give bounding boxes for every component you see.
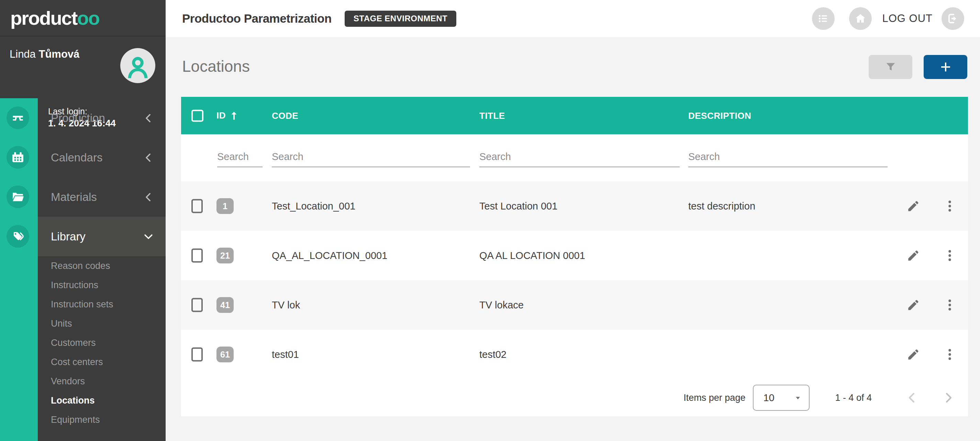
sidebar-item-locations[interactable]: Locations (38, 391, 165, 410)
column-header-code[interactable]: CODE (272, 110, 298, 121)
cell-code: TV lok (272, 300, 300, 311)
topbar: Productoo Parametrization STAGE ENVIRONM… (165, 0, 980, 37)
kebab-menu-icon (943, 199, 957, 213)
next-page-button[interactable] (941, 390, 956, 405)
table-row: 61 test01 test02 (181, 330, 968, 379)
person-icon (125, 54, 151, 80)
items-per-page-value: 10 (763, 392, 774, 404)
kebab-menu-icon (943, 248, 957, 263)
chevron-left-icon (142, 191, 154, 203)
sidebar-item-calendars[interactable]: Calendars (38, 138, 165, 177)
sidebar-item-equipments[interactable]: Equipments (38, 410, 165, 429)
search-code-input[interactable] (272, 147, 470, 167)
main-nav: Production (0, 98, 165, 256)
sidebar-item-production[interactable]: Production (38, 98, 165, 138)
table-row: 41 TV lok TV lokace (181, 280, 968, 330)
user-area: Linda Tůmová Last login: 1. 4. 2024 16:4… (0, 36, 165, 98)
id-badge: 1 (216, 198, 234, 214)
row-checkbox[interactable] (191, 347, 203, 362)
id-badge: 61 (216, 347, 234, 362)
sidebar-item-instruction-sets[interactable]: Instruction sets (38, 295, 165, 314)
sidebar-item-units[interactable]: Units (38, 314, 165, 333)
chevron-right-icon (941, 390, 956, 405)
pencil-icon (906, 199, 921, 213)
items-per-page-label: Items per page (684, 393, 745, 403)
id-badge: 21 (216, 247, 234, 263)
sidebar-item-instructions[interactable]: Instructions (38, 276, 165, 295)
funnel-icon (885, 61, 897, 73)
cell-code: test01 (272, 349, 299, 360)
locations-table: ID CODE TITLE DESCRIPTION 1 Test_Locatio… (181, 97, 968, 416)
sidebar-item-library[interactable]: Library (38, 217, 165, 256)
sidebar-item-label: Production (51, 112, 105, 125)
avatar (120, 48, 155, 83)
sidebar-item-label: Calendars (51, 151, 102, 164)
logout-icon (947, 13, 959, 25)
caret-down-icon (793, 393, 803, 403)
row-menu-button[interactable] (943, 199, 957, 213)
chevron-left-icon (142, 112, 154, 124)
previous-page-button[interactable] (905, 390, 919, 405)
home-button[interactable] (849, 7, 872, 30)
row-checkbox[interactable] (191, 199, 203, 213)
edit-row-button[interactable] (906, 248, 921, 263)
select-all-checkbox[interactable] (191, 109, 204, 122)
row-checkbox[interactable] (191, 298, 203, 312)
pencil-icon (906, 248, 921, 263)
tags-icon[interactable] (6, 225, 29, 247)
environment-badge: STAGE ENVIRONMENT (345, 11, 456, 27)
pencil-icon (906, 298, 921, 312)
library-submenu: Reason codes Instructions Instruction se… (38, 256, 165, 429)
page-range-label: 1 - 4 of 4 (835, 393, 872, 403)
sidebar-item-reason-codes[interactable]: Reason codes (38, 256, 165, 276)
conveyor-icon[interactable] (6, 106, 29, 129)
calendar-icon[interactable] (6, 146, 29, 169)
row-menu-button[interactable] (943, 347, 957, 362)
edit-row-button[interactable] (906, 298, 921, 312)
filter-button[interactable] (869, 55, 912, 79)
pencil-icon (906, 347, 921, 362)
folder-open-icon[interactable] (6, 186, 29, 208)
list-menu-button[interactable] (812, 7, 835, 30)
column-header-description[interactable]: DESCRIPTION (688, 110, 751, 121)
table-search-row (181, 134, 968, 181)
logo-area: productoo (0, 0, 165, 36)
edit-row-button[interactable] (906, 347, 921, 362)
column-header-id[interactable]: ID (216, 110, 240, 121)
table-row: 21 QA_AL_LOCATION_0001 QA AL LOCATION 00… (181, 231, 968, 280)
sidebar-item-vendors[interactable]: Vendors (38, 372, 165, 391)
add-location-button[interactable] (924, 55, 967, 79)
app-title: Productoo Parametrization (182, 12, 332, 25)
search-description-input[interactable] (688, 147, 888, 167)
sidebar-item-materials[interactable]: Materials (38, 177, 165, 217)
plus-icon (939, 60, 953, 74)
row-menu-button[interactable] (943, 298, 957, 312)
row-menu-button[interactable] (943, 248, 957, 263)
user-name: Linda Tůmová (10, 48, 80, 60)
productoo-logo[interactable]: productoo (10, 7, 99, 29)
items-per-page-select[interactable]: 10 (753, 385, 810, 411)
sidebar-item-label: Library (51, 230, 86, 243)
id-badge: 41 (216, 297, 234, 313)
chevron-down-icon (142, 230, 154, 243)
logo-oo: oo (77, 7, 99, 29)
cell-title: QA AL LOCATION 0001 (479, 250, 585, 262)
sidebar-item-customers[interactable]: Customers (38, 333, 165, 352)
row-checkbox[interactable] (191, 249, 203, 263)
pagination-bar: Items per page 10 1 - 4 of 4 (181, 379, 968, 416)
sidebar-item-label: Materials (51, 190, 97, 204)
kebab-menu-icon (943, 298, 957, 312)
search-id-input[interactable] (217, 147, 262, 167)
logout-label[interactable]: LOG OUT (882, 13, 932, 25)
cell-code: Test_Location_001 (272, 201, 355, 212)
sort-ascending-icon (229, 110, 240, 121)
cell-title: test02 (479, 349, 506, 360)
column-header-title[interactable]: TITLE (479, 110, 505, 121)
edit-row-button[interactable] (906, 199, 921, 213)
logout-button[interactable] (942, 7, 964, 30)
search-title-input[interactable] (479, 147, 680, 167)
sidebar-item-cost-centers[interactable]: Cost centers (38, 352, 165, 372)
home-icon (854, 13, 867, 25)
sidebar: productoo Linda Tůmová Last login: 1. 4.… (0, 0, 165, 441)
kebab-menu-icon (943, 347, 957, 362)
